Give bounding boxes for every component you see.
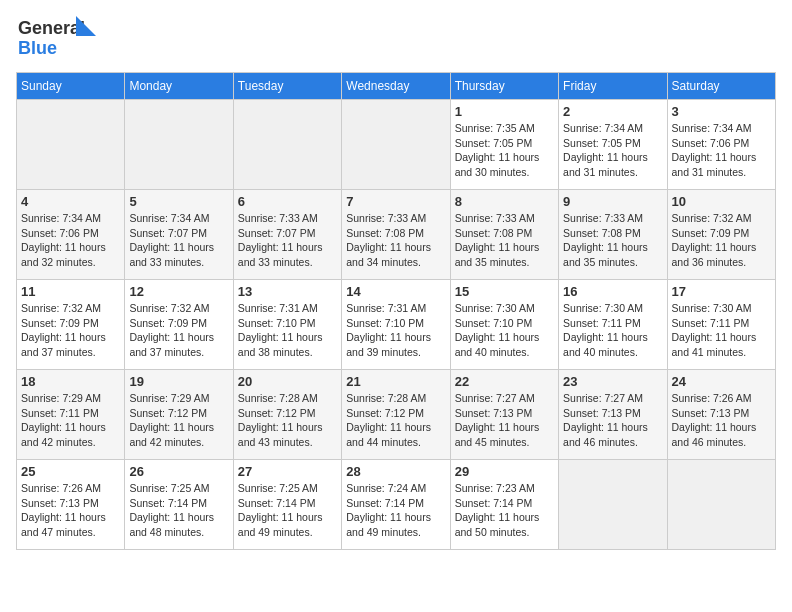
day-info: Sunrise: 7:34 AM Sunset: 7:06 PM Dayligh…: [21, 211, 120, 270]
day-info: Sunrise: 7:28 AM Sunset: 7:12 PM Dayligh…: [238, 391, 337, 450]
calendar-cell: 28Sunrise: 7:24 AM Sunset: 7:14 PM Dayli…: [342, 460, 450, 550]
calendar-cell: 6Sunrise: 7:33 AM Sunset: 7:07 PM Daylig…: [233, 190, 341, 280]
calendar-cell: 3Sunrise: 7:34 AM Sunset: 7:06 PM Daylig…: [667, 100, 775, 190]
col-header-monday: Monday: [125, 73, 233, 100]
calendar-cell: [342, 100, 450, 190]
day-number: 19: [129, 374, 228, 389]
calendar-cell: 22Sunrise: 7:27 AM Sunset: 7:13 PM Dayli…: [450, 370, 558, 460]
day-number: 22: [455, 374, 554, 389]
day-number: 28: [346, 464, 445, 479]
calendar-cell: 15Sunrise: 7:30 AM Sunset: 7:10 PM Dayli…: [450, 280, 558, 370]
day-info: Sunrise: 7:32 AM Sunset: 7:09 PM Dayligh…: [672, 211, 771, 270]
day-number: 13: [238, 284, 337, 299]
day-number: 29: [455, 464, 554, 479]
week-row-4: 18Sunrise: 7:29 AM Sunset: 7:11 PM Dayli…: [17, 370, 776, 460]
day-number: 7: [346, 194, 445, 209]
day-number: 3: [672, 104, 771, 119]
day-info: Sunrise: 7:25 AM Sunset: 7:14 PM Dayligh…: [238, 481, 337, 540]
day-number: 9: [563, 194, 662, 209]
page-header: GeneralBlue: [16, 16, 776, 60]
day-number: 27: [238, 464, 337, 479]
calendar-cell: 9Sunrise: 7:33 AM Sunset: 7:08 PM Daylig…: [559, 190, 667, 280]
day-number: 24: [672, 374, 771, 389]
day-number: 2: [563, 104, 662, 119]
calendar-cell: 26Sunrise: 7:25 AM Sunset: 7:14 PM Dayli…: [125, 460, 233, 550]
day-info: Sunrise: 7:34 AM Sunset: 7:05 PM Dayligh…: [563, 121, 662, 180]
week-row-5: 25Sunrise: 7:26 AM Sunset: 7:13 PM Dayli…: [17, 460, 776, 550]
col-header-saturday: Saturday: [667, 73, 775, 100]
calendar-cell: 10Sunrise: 7:32 AM Sunset: 7:09 PM Dayli…: [667, 190, 775, 280]
day-number: 16: [563, 284, 662, 299]
day-number: 5: [129, 194, 228, 209]
calendar-cell: 21Sunrise: 7:28 AM Sunset: 7:12 PM Dayli…: [342, 370, 450, 460]
day-number: 26: [129, 464, 228, 479]
calendar-cell: 4Sunrise: 7:34 AM Sunset: 7:06 PM Daylig…: [17, 190, 125, 280]
day-number: 8: [455, 194, 554, 209]
week-row-2: 4Sunrise: 7:34 AM Sunset: 7:06 PM Daylig…: [17, 190, 776, 280]
day-info: Sunrise: 7:26 AM Sunset: 7:13 PM Dayligh…: [21, 481, 120, 540]
calendar-cell: 17Sunrise: 7:30 AM Sunset: 7:11 PM Dayli…: [667, 280, 775, 370]
day-number: 14: [346, 284, 445, 299]
calendar-cell: 11Sunrise: 7:32 AM Sunset: 7:09 PM Dayli…: [17, 280, 125, 370]
svg-text:Blue: Blue: [18, 38, 57, 58]
col-header-sunday: Sunday: [17, 73, 125, 100]
col-header-thursday: Thursday: [450, 73, 558, 100]
calendar-cell: 29Sunrise: 7:23 AM Sunset: 7:14 PM Dayli…: [450, 460, 558, 550]
calendar-cell: 2Sunrise: 7:34 AM Sunset: 7:05 PM Daylig…: [559, 100, 667, 190]
calendar-cell: 18Sunrise: 7:29 AM Sunset: 7:11 PM Dayli…: [17, 370, 125, 460]
svg-marker-2: [76, 16, 96, 36]
calendar-cell: 23Sunrise: 7:27 AM Sunset: 7:13 PM Dayli…: [559, 370, 667, 460]
day-number: 11: [21, 284, 120, 299]
calendar-cell: 20Sunrise: 7:28 AM Sunset: 7:12 PM Dayli…: [233, 370, 341, 460]
day-info: Sunrise: 7:27 AM Sunset: 7:13 PM Dayligh…: [455, 391, 554, 450]
day-number: 10: [672, 194, 771, 209]
day-number: 23: [563, 374, 662, 389]
day-info: Sunrise: 7:33 AM Sunset: 7:08 PM Dayligh…: [455, 211, 554, 270]
logo: GeneralBlue: [16, 16, 96, 60]
day-number: 12: [129, 284, 228, 299]
calendar-cell: 5Sunrise: 7:34 AM Sunset: 7:07 PM Daylig…: [125, 190, 233, 280]
col-header-tuesday: Tuesday: [233, 73, 341, 100]
day-number: 6: [238, 194, 337, 209]
calendar-cell: 27Sunrise: 7:25 AM Sunset: 7:14 PM Dayli…: [233, 460, 341, 550]
col-header-wednesday: Wednesday: [342, 73, 450, 100]
day-info: Sunrise: 7:29 AM Sunset: 7:12 PM Dayligh…: [129, 391, 228, 450]
logo-svg: GeneralBlue: [16, 16, 96, 60]
day-number: 25: [21, 464, 120, 479]
calendar-cell: 13Sunrise: 7:31 AM Sunset: 7:10 PM Dayli…: [233, 280, 341, 370]
calendar-cell: 14Sunrise: 7:31 AM Sunset: 7:10 PM Dayli…: [342, 280, 450, 370]
calendar-cell: 19Sunrise: 7:29 AM Sunset: 7:12 PM Dayli…: [125, 370, 233, 460]
calendar-cell: [125, 100, 233, 190]
calendar-cell: 24Sunrise: 7:26 AM Sunset: 7:13 PM Dayli…: [667, 370, 775, 460]
calendar-cell: [233, 100, 341, 190]
day-info: Sunrise: 7:35 AM Sunset: 7:05 PM Dayligh…: [455, 121, 554, 180]
day-info: Sunrise: 7:30 AM Sunset: 7:11 PM Dayligh…: [563, 301, 662, 360]
day-info: Sunrise: 7:24 AM Sunset: 7:14 PM Dayligh…: [346, 481, 445, 540]
day-info: Sunrise: 7:23 AM Sunset: 7:14 PM Dayligh…: [455, 481, 554, 540]
day-info: Sunrise: 7:34 AM Sunset: 7:07 PM Dayligh…: [129, 211, 228, 270]
calendar-cell: [17, 100, 125, 190]
day-number: 21: [346, 374, 445, 389]
day-info: Sunrise: 7:31 AM Sunset: 7:10 PM Dayligh…: [346, 301, 445, 360]
header-row: SundayMondayTuesdayWednesdayThursdayFrid…: [17, 73, 776, 100]
day-info: Sunrise: 7:26 AM Sunset: 7:13 PM Dayligh…: [672, 391, 771, 450]
calendar-cell: [667, 460, 775, 550]
calendar-cell: 7Sunrise: 7:33 AM Sunset: 7:08 PM Daylig…: [342, 190, 450, 280]
day-info: Sunrise: 7:29 AM Sunset: 7:11 PM Dayligh…: [21, 391, 120, 450]
day-info: Sunrise: 7:34 AM Sunset: 7:06 PM Dayligh…: [672, 121, 771, 180]
day-number: 4: [21, 194, 120, 209]
svg-text:General: General: [18, 18, 85, 38]
col-header-friday: Friday: [559, 73, 667, 100]
day-info: Sunrise: 7:33 AM Sunset: 7:07 PM Dayligh…: [238, 211, 337, 270]
day-info: Sunrise: 7:28 AM Sunset: 7:12 PM Dayligh…: [346, 391, 445, 450]
day-info: Sunrise: 7:31 AM Sunset: 7:10 PM Dayligh…: [238, 301, 337, 360]
day-number: 17: [672, 284, 771, 299]
week-row-1: 1Sunrise: 7:35 AM Sunset: 7:05 PM Daylig…: [17, 100, 776, 190]
day-info: Sunrise: 7:27 AM Sunset: 7:13 PM Dayligh…: [563, 391, 662, 450]
day-info: Sunrise: 7:32 AM Sunset: 7:09 PM Dayligh…: [129, 301, 228, 360]
day-info: Sunrise: 7:30 AM Sunset: 7:10 PM Dayligh…: [455, 301, 554, 360]
day-number: 20: [238, 374, 337, 389]
calendar-cell: 1Sunrise: 7:35 AM Sunset: 7:05 PM Daylig…: [450, 100, 558, 190]
week-row-3: 11Sunrise: 7:32 AM Sunset: 7:09 PM Dayli…: [17, 280, 776, 370]
day-number: 1: [455, 104, 554, 119]
